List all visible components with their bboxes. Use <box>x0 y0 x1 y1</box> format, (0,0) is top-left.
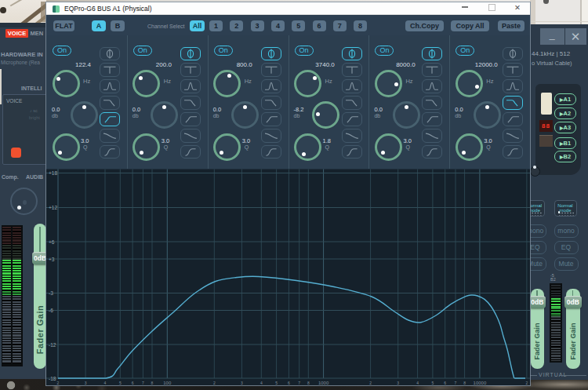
svg-text:5: 5 <box>119 381 122 385</box>
svg-text:3: 3 <box>85 381 87 385</box>
svg-text:5: 5 <box>275 381 278 385</box>
svg-text:4: 4 <box>104 381 107 385</box>
svg-text:100: 100 <box>163 381 172 385</box>
svg-text:2: 2 <box>57 381 60 385</box>
svg-text:-18: -18 <box>49 376 56 381</box>
svg-text:8: 8 <box>151 381 154 385</box>
svg-text:2: 2 <box>369 381 372 385</box>
svg-text:-12: -12 <box>49 342 56 348</box>
svg-text:7: 7 <box>298 381 300 385</box>
svg-text:6: 6 <box>444 381 446 385</box>
svg-text:3: 3 <box>241 381 243 385</box>
svg-text:3: 3 <box>397 381 399 385</box>
svg-text:-6: -6 <box>49 308 53 313</box>
svg-text:+12: +12 <box>49 205 57 210</box>
svg-text:+3: +3 <box>49 257 55 262</box>
svg-text:7: 7 <box>455 381 457 385</box>
svg-text:8: 8 <box>307 381 310 385</box>
svg-text:6: 6 <box>288 381 290 385</box>
svg-text:8: 8 <box>463 381 466 385</box>
svg-text:4: 4 <box>416 381 419 385</box>
svg-text:6: 6 <box>132 381 134 385</box>
svg-text:+6: +6 <box>49 239 55 245</box>
svg-text:5: 5 <box>432 381 434 385</box>
svg-text:10000: 10000 <box>474 381 487 385</box>
svg-text:1000: 1000 <box>318 381 329 385</box>
svg-text:4: 4 <box>260 381 263 385</box>
svg-text:+18: +18 <box>49 170 57 176</box>
svg-text:2: 2 <box>213 381 216 385</box>
svg-text:2: 2 <box>526 381 528 385</box>
svg-text:-3: -3 <box>49 290 53 296</box>
svg-text:7: 7 <box>142 381 144 385</box>
